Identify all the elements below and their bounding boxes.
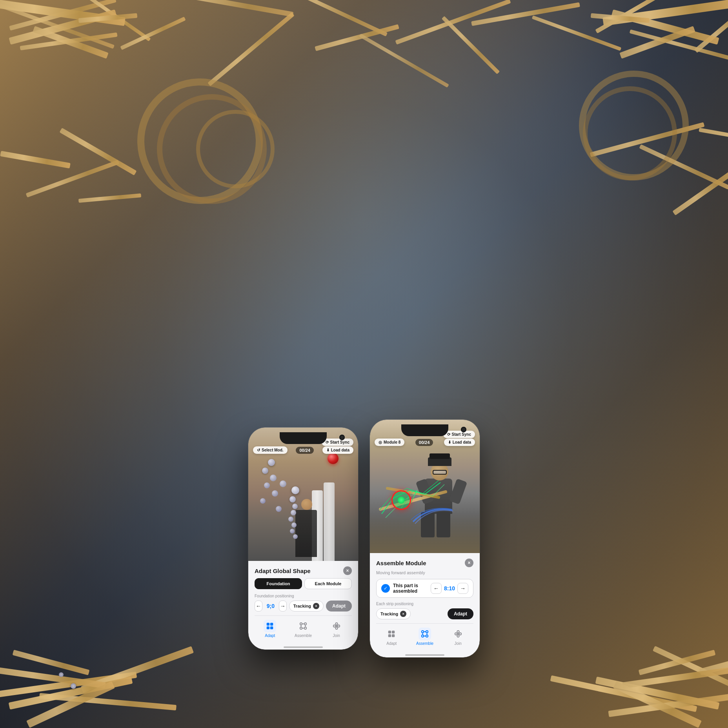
phone2-nav-join[interactable]: Join <box>452 628 464 646</box>
phone1-panel-title: Adapt Global Shape <box>255 568 311 574</box>
phone2-tracking-remove[interactable]: × <box>400 611 406 617</box>
svg-rect-3 <box>270 626 273 629</box>
phone2-nav-adapt-label: Adapt <box>386 641 397 646</box>
phone2-tracking-label: Tracking <box>380 612 398 616</box>
phone2-panel-subtitle: Moving forward assembly <box>376 570 473 575</box>
phone1-positioning-label: Foundation positioning <box>255 594 352 598</box>
phone2-load-icon: ⬇ <box>448 440 451 444</box>
phone2-strip-label: Each strip positioning <box>376 602 473 606</box>
phone1-tab-foundation[interactable]: Foundation <box>255 578 302 589</box>
phone1-load-data-btn[interactable]: ⬇ Load data <box>322 446 353 454</box>
phone2-nav-row: Tracking × Adapt <box>376 608 473 619</box>
phone2-home-bar <box>405 654 444 656</box>
svg-point-4 <box>300 623 302 625</box>
phone1-notch <box>280 432 327 444</box>
phone1-nav-adapt[interactable]: Adapt <box>264 620 276 638</box>
phone1-tracking-remove[interactable]: × <box>313 603 319 609</box>
phone2-nav-join-label: Join <box>454 641 461 646</box>
phone2-sync-icon: ⟳ <box>447 432 450 437</box>
phone2-nav-next[interactable]: → <box>457 583 468 594</box>
svg-point-26 <box>422 635 424 637</box>
phone2-nav-adapt[interactable]: Adapt <box>385 628 398 646</box>
phone2-load-label: Load data <box>453 440 471 444</box>
phone1-bottom-panel: Adapt Global Shape × Foundation Each Mod… <box>248 561 358 650</box>
module-icon: ◎ <box>379 440 382 444</box>
phone2-sync-label: Start Sync <box>452 432 471 437</box>
phone1-top-bar: ↺ Select Mod. 00/24 ⬇ Load data <box>248 446 358 454</box>
phone2-ar-view: ◎ Module 8 00/24 ⬇ Load data ⟳ Start Syn… <box>370 420 480 553</box>
phone-1: ↺ Select Mod. 00/24 ⬇ Load data ⟳ Start … <box>248 428 358 650</box>
phone2-nav-prev[interactable]: ← <box>431 583 442 594</box>
phone-2: ◎ Module 8 00/24 ⬇ Load data ⟳ Start Syn… <box>370 420 480 657</box>
select-mod-label: Select Mod. <box>262 448 284 452</box>
phone2-top-bar: ◎ Module 8 00/24 ⬇ Load data <box>370 439 480 446</box>
phone1-adapt-btn[interactable]: Adapt <box>326 601 352 612</box>
phone1-tracking-badge: Tracking × <box>289 601 324 612</box>
phone2-assembled-row: ✓ This part is assembled ← 8:10 → <box>376 579 473 598</box>
phone1-tracking-label: Tracking <box>293 604 311 608</box>
phone1-nav-row: ← 9;0 → Tracking × Adapt <box>255 601 352 612</box>
load-data-icon: ⬇ <box>326 448 329 452</box>
svg-point-32 <box>455 633 457 635</box>
phone2-nav-bar: Adapt <box>376 623 473 652</box>
phone1-counter: 00/24 <box>296 447 314 454</box>
phone2-nav-value: 8:10 <box>444 585 455 592</box>
svg-rect-23 <box>392 634 395 637</box>
svg-point-15 <box>335 627 338 630</box>
phone2-assembled-text: This part is assembled <box>393 583 428 594</box>
phone1-nav-join[interactable]: Join <box>330 620 343 638</box>
phone1-nav-bar: Adapt <box>255 615 352 644</box>
svg-point-35 <box>457 635 459 637</box>
phone2-tracking-badge: Tracking × <box>376 608 411 619</box>
svg-point-24 <box>422 631 424 633</box>
phones-container: ↺ Select Mod. 00/24 ⬇ Load data ⟳ Start … <box>248 420 480 657</box>
svg-rect-21 <box>392 631 395 633</box>
phone2-panel-close[interactable]: × <box>465 559 473 567</box>
phone1-home-indicator <box>255 644 352 650</box>
phone1-nav-join-icon-box <box>330 620 343 632</box>
phone1-panel-close[interactable]: × <box>343 566 352 575</box>
phone2-nav-assemble-icon-box <box>419 628 431 640</box>
phone1-nav-next[interactable]: → <box>279 601 287 612</box>
phone2-join-icon <box>454 630 462 638</box>
phone2-panel-title: Assemble Module <box>376 560 426 566</box>
phone1-nav-prev[interactable]: ← <box>255 601 262 612</box>
phone1-panel-title-row: Adapt Global Shape × <box>255 566 352 575</box>
svg-point-33 <box>459 633 461 635</box>
phone1-ar-view: ↺ Select Mod. 00/24 ⬇ Load data ⟳ Start … <box>248 428 358 561</box>
phone1-nav-adapt-icon-box <box>264 620 276 632</box>
phone2-adapt-btn[interactable]: Adapt <box>448 608 473 619</box>
phone1-nav-adapt-label: Adapt <box>265 633 275 638</box>
select-mod-icon: ↺ <box>257 448 260 452</box>
svg-point-13 <box>337 625 340 627</box>
svg-point-5 <box>304 623 307 625</box>
phone2-check-icon: ✓ <box>381 584 390 593</box>
phone2-load-data-btn[interactable]: ⬇ Load data <box>444 439 475 446</box>
phone1-tab-each-module[interactable]: Each Module <box>304 578 352 589</box>
phone1-home-bar <box>284 646 323 648</box>
phone2-sync-btn[interactable]: ⟳ Start Sync <box>443 431 475 438</box>
assemble-icon <box>299 622 308 630</box>
adapt-icon <box>266 622 274 630</box>
svg-point-25 <box>426 631 428 633</box>
svg-rect-0 <box>267 623 269 626</box>
phone2-nav-assemble[interactable]: Assemble <box>416 628 433 646</box>
phone1-nav-assemble[interactable]: Assemble <box>295 620 312 638</box>
svg-rect-20 <box>388 631 391 633</box>
phone1-tab-row: Foundation Each Module <box>255 578 352 589</box>
phone1-nav-value: 9;0 <box>265 603 277 609</box>
phone2-nav-join-icon-box <box>452 628 464 640</box>
phone1-sync-btn[interactable]: ⟳ Start Sync <box>322 439 353 446</box>
module-label: Module 8 <box>384 440 400 444</box>
phone2-nav-adapt-icon-box <box>385 628 398 640</box>
phone2-module-btn[interactable]: ◎ Module 8 <box>375 439 404 446</box>
phone2-counter: 00/24 <box>415 439 433 446</box>
phone1-nav-assemble-icon-box <box>297 620 309 632</box>
phone2-notch <box>401 424 448 436</box>
phone2-home-indicator <box>376 652 473 657</box>
svg-rect-2 <box>267 626 269 629</box>
phone2-camera <box>461 427 466 432</box>
phone2-nav-assemble-label: Assemble <box>416 641 433 646</box>
phone1-select-module-btn[interactable]: ↺ Select Mod. <box>253 446 288 454</box>
svg-rect-1 <box>270 623 273 626</box>
